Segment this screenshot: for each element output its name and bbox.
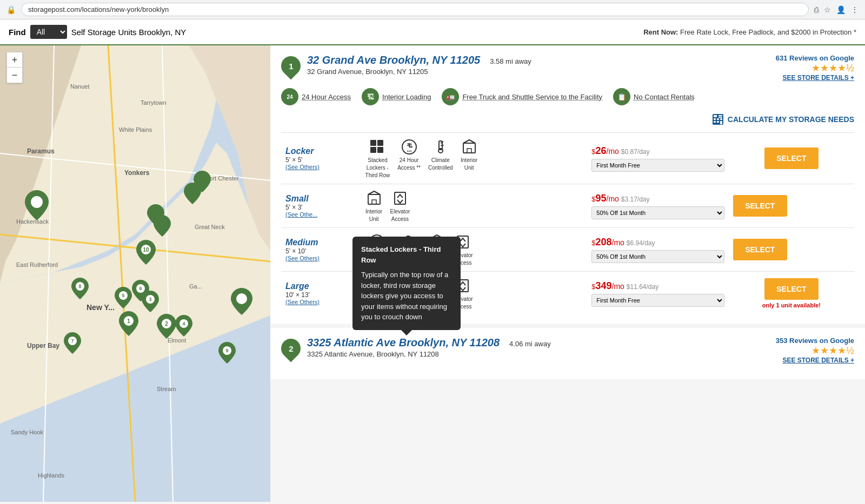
unit-table-1: Locker 5' × 5' (See Others) StackedLocke… — [281, 132, 854, 315]
promo-select-locker[interactable]: First Month Free — [591, 159, 724, 172]
select-button-small[interactable]: SELECT — [733, 195, 787, 217]
price-day-medium: $6.94/day — [627, 239, 655, 247]
elevator-icon-small — [391, 190, 409, 207]
price-cell-locker: $26/mo $0.87/day First Month Free — [587, 133, 729, 184]
feature-interior-small: InteriorUnit — [365, 190, 383, 222]
price-cell-large: $349/mo $11.64/day First Month Free — [587, 272, 729, 315]
amenity-label-nocontact: No Contact Rentals — [634, 93, 695, 101]
profile-icon[interactable]: 👤 — [836, 5, 846, 14]
unit-size-medium: 5' × 10' — [285, 247, 357, 255]
unit-size-locker: 5' × 5' — [285, 156, 357, 164]
svg-rect-58 — [431, 238, 443, 248]
search-title: Self Storage Units Brooklyn, NY — [71, 28, 187, 37]
city-paramus: Paramus — [27, 147, 55, 155]
unit-name-medium: Medium — [285, 238, 357, 247]
promo-select-large[interactable]: First Month Free — [591, 294, 724, 307]
location-name-2: 3325 Atlantic Ave Brooklyn, NY 11208 — [307, 337, 500, 349]
price-day-locker: $0.87/day — [621, 148, 650, 156]
unit-name-locker: Locker — [285, 146, 357, 156]
svg-text:●●●: ●●● — [407, 149, 411, 152]
feature-elevator-small: ElevatorAccess — [390, 190, 410, 222]
review-count-1: 631 Reviews on Google — [776, 54, 854, 62]
site-header: Find All Self Storage Units Brooklyn, NY… — [0, 19, 865, 45]
feature-24hr-large: 24 24 HourAccess ** — [365, 277, 389, 310]
feature-24hr-locker: 24●●● 24 HourAccess ** — [397, 138, 421, 171]
svg-text:2: 2 — [165, 321, 168, 327]
review-count-2: 353 Reviews on Google — [776, 337, 854, 345]
city-great-neck: Great Neck — [195, 224, 225, 230]
svg-rect-34 — [377, 140, 383, 146]
url-text: storagepost.com/locations/new-york/brook… — [28, 5, 169, 14]
browser-bar: 🔒 storagepost.com/locations/new-york/bro… — [0, 0, 865, 19]
select-button-large[interactable]: SELECT — [764, 278, 819, 300]
see-others-locker[interactable]: (See Others) — [285, 164, 357, 170]
unit-name-cell-medium: Medium 5' × 10' (See Others) — [281, 228, 361, 272]
city-label2: Nanuet — [70, 83, 89, 90]
url-bar[interactable]: storagepost.com/locations/new-york/brook… — [21, 3, 809, 16]
calc-storage-button[interactable]: CALCULATE MY STORAGE NEEDS — [711, 113, 854, 126]
price-cell-small: $95/mo $3.17/day 50% Off 1st Month — [587, 184, 729, 228]
filter-select[interactable]: All — [30, 25, 67, 39]
feature-climate-large: ClimateControlled — [396, 277, 421, 310]
location-distance-2: 4.06 mi away — [509, 340, 551, 348]
location-reviews-2: 353 Reviews on Google ★★★★½ SEE STORE DE… — [776, 337, 854, 364]
menu-icon[interactable]: ⋮ — [851, 5, 859, 14]
amenity-icon-truck: 🚛 — [442, 88, 459, 105]
promo-select-medium[interactable]: 50% Off 1st Month — [591, 250, 724, 263]
location-pin-1: 1 — [277, 52, 305, 80]
avail-note-large: only 1 unit available! — [762, 302, 821, 308]
location-info-2: 3325 Atlantic Ave Brooklyn, NY 11208 4.0… — [307, 337, 769, 358]
unit-name-cell-large: Large 10' × 13' (See Others) — [281, 272, 361, 315]
city-label: Tarrytown — [141, 99, 167, 106]
see-store-link-2[interactable]: SEE STORE DETAILS + — [776, 357, 854, 364]
see-others-large[interactable]: (See Others) — [285, 299, 357, 305]
promo-select-small[interactable]: 50% Off 1st Month — [591, 206, 724, 219]
calc-label: CALCULATE MY STORAGE NEEDS — [728, 115, 854, 124]
svg-point-22 — [236, 293, 247, 304]
amenity-icon-24hr: 24 — [281, 88, 298, 105]
select-button-locker[interactable]: SELECT — [764, 147, 819, 169]
amenities-1: 24 24 Hour Access 🏗 Interior Loading 🚛 F… — [281, 88, 854, 105]
location-reviews-1: 631 Reviews on Google ★★★★½ SEE STORE DE… — [776, 54, 854, 82]
amenity-loading: 🏗 Interior Loading — [362, 88, 431, 105]
unit-row-small: Small 5' × 3' (See Othe... InteriorUnit — [281, 184, 854, 228]
svg-rect-68 — [431, 282, 443, 292]
zoom-in-button[interactable]: + — [7, 52, 22, 68]
amenity-nocontact: 📋 No Contact Rentals — [613, 88, 695, 105]
24hr-icon-large: 24 — [368, 277, 385, 294]
amenity-label-loading: Interior Loading — [382, 93, 431, 101]
see-store-link-1[interactable]: SEE STORE DETAILS + — [776, 74, 854, 82]
city-yonkers: Yonkers — [124, 169, 150, 177]
city-ga: Ga... — [189, 283, 202, 290]
unit-name-small: Small — [285, 194, 357, 204]
svg-rect-36 — [377, 147, 383, 153]
location-info-1: 32 Grand Ave Brooklyn, NY 11205 3.58 mi … — [307, 54, 769, 76]
price-day-large: $11.64/day — [627, 283, 658, 291]
see-others-small[interactable]: (See Othe... — [285, 211, 357, 218]
unit-features-small: InteriorUnit ElevatorAccess — [361, 184, 588, 228]
svg-rect-26 — [718, 117, 722, 118]
select-button-medium[interactable]: SELECT — [733, 239, 787, 260]
climate-icon-large — [400, 277, 417, 294]
location-name-1: 32 Grand Ave Brooklyn, NY 11205 — [307, 54, 480, 66]
zoom-out-button[interactable]: − — [7, 68, 22, 83]
svg-rect-27 — [714, 118, 716, 120]
svg-text:8: 8 — [78, 284, 81, 289]
interior-icon-small — [365, 190, 383, 207]
svg-rect-33 — [370, 140, 376, 146]
feature-interior-locker: InteriorUnit — [461, 138, 478, 171]
city-sandy-hook: Sandy Hook — [11, 429, 43, 435]
pin-number-2: 2 — [289, 344, 293, 353]
interior-icon-locker — [461, 138, 478, 156]
price-locker: 26 — [596, 145, 607, 156]
city-hackensack: Hackensack — [16, 218, 49, 225]
bookmark-icon[interactable]: ☆ — [824, 5, 831, 14]
share-icon[interactable]: ⎙ — [814, 5, 819, 14]
interior-icon-medium — [428, 233, 445, 251]
elevator-icon-large — [454, 277, 471, 294]
price-medium: 208 — [596, 237, 612, 247]
price-day-small: $3.17/day — [621, 196, 650, 203]
amenity-24hr: 24 24 Hour Access — [281, 88, 351, 105]
svg-text:7: 7 — [71, 338, 74, 344]
see-others-medium[interactable]: (See Others) — [285, 255, 357, 261]
